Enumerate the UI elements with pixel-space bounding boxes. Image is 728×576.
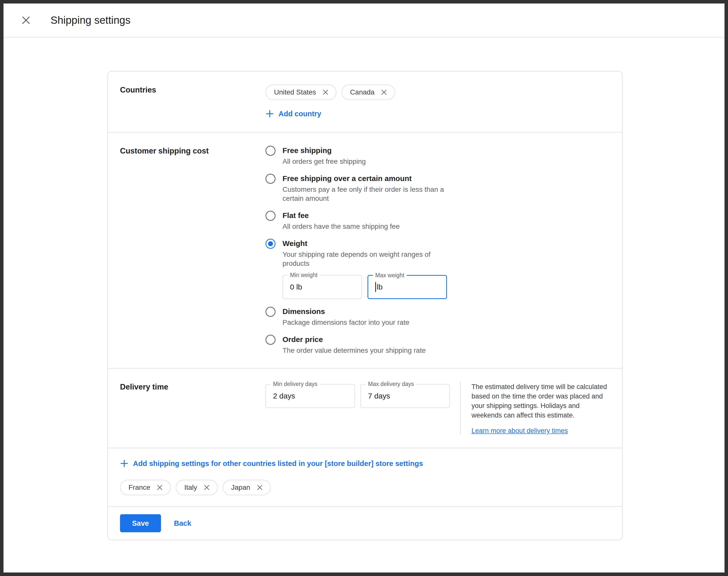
radio-option-free-shipping[interactable]: Free shipping All orders get free shippi… bbox=[265, 145, 610, 166]
radio-option-weight[interactable]: Weight Your shipping rate depends on wei… bbox=[265, 238, 610, 299]
min-delivery-days-input[interactable]: Min delivery days 2 days bbox=[265, 384, 355, 408]
option-description: Package dimensions factor into your rate bbox=[283, 318, 409, 327]
shipping-cost-label: Customer shipping cost bbox=[120, 145, 265, 355]
country-chip-united-states: United States bbox=[265, 85, 337, 100]
radio-icon-selected bbox=[265, 239, 275, 249]
delivery-time-note: The estimated delivery time will be calc… bbox=[471, 381, 608, 420]
back-button[interactable]: Back bbox=[173, 519, 193, 528]
add-shipping-settings-button[interactable]: Add shipping settings for other countrie… bbox=[120, 459, 423, 468]
vertical-divider bbox=[460, 381, 461, 435]
min-weight-field-label: Min weight bbox=[288, 272, 320, 279]
country-chip-france: France bbox=[120, 480, 171, 495]
plus-icon bbox=[265, 110, 274, 118]
countries-chip-row: United States Canada bbox=[265, 85, 610, 100]
radio-icon bbox=[265, 211, 275, 221]
radio-option-order-price[interactable]: Order price The order value determines y… bbox=[265, 335, 610, 355]
country-chip-label: United States bbox=[274, 88, 316, 96]
radio-option-free-shipping-over-amount[interactable]: Free shipping over a certain amount Cust… bbox=[265, 173, 610, 203]
other-countries-section: Add shipping settings for other countrie… bbox=[108, 448, 622, 506]
radio-option-flat-fee[interactable]: Flat fee All orders have the same shippi… bbox=[265, 210, 610, 231]
chip-remove-icon[interactable] bbox=[322, 89, 329, 96]
radio-icon bbox=[265, 174, 275, 184]
countries-label: Countries bbox=[120, 85, 265, 119]
weight-fields-row: Min weight 0 lb Max weight lb bbox=[283, 275, 447, 299]
option-description: All orders get free shipping bbox=[283, 157, 366, 166]
chip-remove-icon[interactable] bbox=[380, 89, 387, 96]
shipping-cost-section: Customer shipping cost Free shipping All… bbox=[108, 132, 622, 368]
add-country-button[interactable]: Add country bbox=[265, 110, 321, 118]
country-chip-canada: Canada bbox=[342, 85, 395, 100]
dialog-header: Shipping settings bbox=[3, 3, 725, 37]
option-description: Customers pay a fee only if their order … bbox=[283, 185, 447, 203]
shipping-settings-dialog: Shipping settings Countries United State… bbox=[0, 0, 728, 576]
close-button[interactable] bbox=[18, 12, 34, 28]
max-delivery-days-field-label: Max delivery days bbox=[366, 381, 416, 387]
save-button[interactable]: Save bbox=[120, 514, 161, 532]
close-icon bbox=[21, 15, 31, 26]
country-chip-label: France bbox=[128, 484, 150, 491]
option-description: Your shipping rate depends on weight ran… bbox=[283, 250, 447, 268]
delivery-fields-row: Min delivery days 2 days Max delivery da… bbox=[265, 384, 450, 408]
add-country-label: Add country bbox=[279, 110, 321, 118]
max-weight-value: lb bbox=[377, 283, 382, 291]
other-countries-chip-row: France Italy Japan bbox=[120, 480, 610, 495]
page-title: Shipping settings bbox=[51, 14, 130, 26]
radio-icon bbox=[265, 307, 275, 317]
countries-section: Countries United States Canada bbox=[108, 71, 622, 132]
option-title: Free shipping over a certain amount bbox=[283, 173, 447, 183]
min-delivery-days-field-label: Min delivery days bbox=[270, 381, 320, 387]
delivery-time-label: Delivery time bbox=[120, 381, 265, 435]
text-cursor bbox=[375, 282, 376, 292]
footer-actions: Save Back bbox=[108, 506, 622, 540]
option-title: Free shipping bbox=[283, 145, 366, 155]
country-chip-italy: Italy bbox=[176, 480, 217, 495]
country-chip-label: Italy bbox=[184, 484, 197, 491]
min-weight-value: 0 lb bbox=[290, 283, 302, 291]
radio-icon bbox=[265, 335, 275, 345]
add-shipping-settings-label: Add shipping settings for other countrie… bbox=[133, 460, 423, 468]
option-title: Weight bbox=[283, 238, 447, 249]
option-description: All orders have the same shipping fee bbox=[283, 222, 400, 231]
radio-icon bbox=[265, 146, 275, 156]
country-chip-label: Japan bbox=[231, 484, 250, 491]
option-description: The order value determines your shipping… bbox=[283, 346, 426, 355]
country-chip-label: Canada bbox=[350, 88, 375, 96]
min-weight-input[interactable]: Min weight 0 lb bbox=[283, 275, 362, 299]
chip-remove-icon[interactable] bbox=[203, 484, 210, 491]
delivery-time-section: Delivery time Min delivery days 2 days M… bbox=[108, 368, 622, 448]
shipping-settings-card: Countries United States Canada bbox=[108, 71, 622, 540]
chip-remove-icon[interactable] bbox=[156, 484, 163, 491]
max-delivery-days-value: 7 days bbox=[368, 392, 390, 400]
plus-icon bbox=[120, 459, 128, 468]
delivery-times-learn-more-link[interactable]: Learn more about delivery times bbox=[471, 427, 568, 435]
max-delivery-days-input[interactable]: Max delivery days 7 days bbox=[360, 384, 450, 408]
shipping-cost-options: Free shipping All orders get free shippi… bbox=[265, 145, 610, 355]
option-title: Flat fee bbox=[283, 210, 400, 221]
country-chip-japan: Japan bbox=[223, 480, 271, 495]
option-title: Order price bbox=[283, 335, 426, 345]
radio-option-dimensions[interactable]: Dimensions Package dimensions factor int… bbox=[265, 307, 610, 327]
max-weight-field-label: Max weight bbox=[373, 272, 407, 279]
max-weight-input[interactable]: Max weight lb bbox=[368, 275, 447, 299]
chip-remove-icon[interactable] bbox=[256, 484, 263, 491]
min-delivery-days-value: 2 days bbox=[273, 392, 295, 400]
option-title: Dimensions bbox=[283, 307, 409, 317]
